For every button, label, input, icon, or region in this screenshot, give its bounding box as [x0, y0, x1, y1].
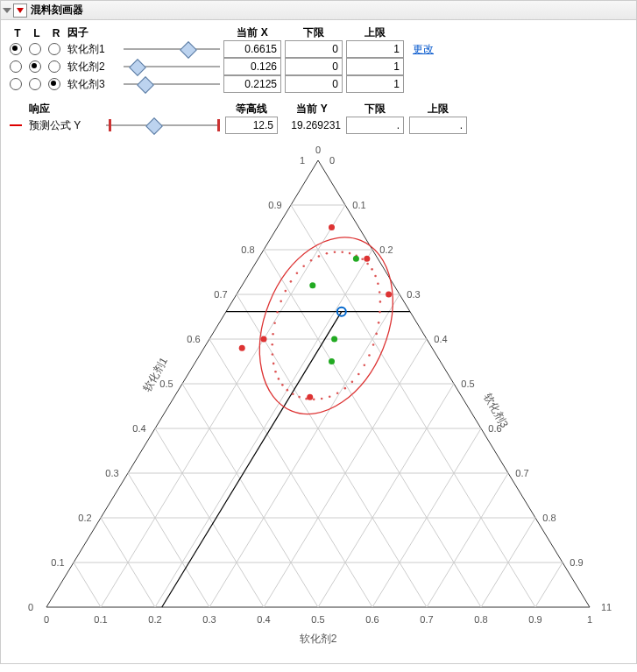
lo-input[interactable]: 0 — [285, 75, 343, 93]
col-R: R — [48, 27, 64, 39]
factor-controls: T L R 因子 当前 X 下限 上限 软化剂10.661501更改软化剂20.… — [10, 25, 627, 93]
svg-text:0.9: 0.9 — [528, 614, 541, 625]
svg-point-103 — [349, 252, 351, 255]
svg-point-84 — [281, 384, 284, 386]
svg-point-74 — [351, 381, 354, 384]
svg-text:0: 0 — [44, 614, 49, 625]
svg-line-9 — [209, 294, 400, 607]
factor-slider[interactable] — [124, 78, 220, 90]
radio-L-2[interactable] — [29, 78, 41, 90]
svg-text:0.7: 0.7 — [420, 614, 433, 625]
svg-point-75 — [343, 387, 346, 390]
svg-text:0.7: 0.7 — [214, 289, 227, 300]
svg-point-91 — [273, 322, 276, 324]
radio-R-0[interactable] — [48, 43, 60, 55]
svg-point-119 — [307, 394, 313, 400]
svg-text:0.2: 0.2 — [78, 513, 91, 523]
svg-point-94 — [285, 290, 287, 293]
lo-input[interactable]: 0 — [285, 40, 343, 58]
radio-R-2[interactable] — [48, 78, 60, 90]
svg-line-21 — [427, 473, 508, 607]
svg-point-116 — [364, 256, 370, 262]
svg-line-27 — [535, 562, 563, 607]
hi-input[interactable]: 1 — [346, 75, 404, 93]
svg-text:0.2: 0.2 — [379, 244, 393, 255]
lo-input[interactable]: 0 — [285, 58, 343, 75]
col-curX: 当前 X — [223, 25, 281, 40]
col-curY: 当前 Y — [283, 102, 341, 117]
response-hi[interactable]: . — [409, 117, 467, 134]
response-lo[interactable]: . — [346, 117, 404, 134]
radio-L-1[interactable] — [29, 60, 41, 73]
svg-point-102 — [341, 251, 343, 253]
contour-input[interactable]: 12.5 — [225, 117, 278, 134]
svg-point-111 — [379, 301, 382, 303]
response-name: 预测公式 Y — [29, 118, 101, 133]
dropdown-icon — [17, 8, 24, 13]
svg-text:0.6: 0.6 — [187, 334, 200, 344]
svg-point-99 — [318, 255, 321, 258]
svg-point-106 — [366, 263, 369, 265]
svg-text:1: 1 — [300, 155, 305, 166]
hi-input[interactable]: 1 — [346, 58, 404, 75]
svg-point-110 — [379, 291, 381, 294]
response-slider[interactable] — [106, 119, 220, 131]
svg-point-100 — [326, 252, 329, 255]
svg-point-83 — [287, 389, 289, 392]
svg-text:0.5: 0.5 — [461, 378, 474, 389]
svg-text:1: 1 — [587, 614, 592, 625]
svg-point-114 — [375, 333, 378, 336]
svg-text:0.5: 0.5 — [311, 614, 324, 625]
svg-text:0.2: 0.2 — [148, 614, 161, 625]
svg-point-78 — [321, 398, 323, 400]
svg-point-107 — [371, 268, 373, 271]
radio-R-1[interactable] — [48, 60, 60, 73]
svg-text:0.8: 0.8 — [474, 614, 487, 625]
svg-text:0.3: 0.3 — [407, 289, 420, 300]
col-contour: 等高线 — [225, 102, 278, 117]
svg-point-109 — [377, 282, 379, 285]
radio-T-0[interactable] — [10, 43, 22, 55]
radio-T-2[interactable] — [10, 78, 22, 90]
col-L: L — [29, 27, 45, 39]
svg-point-121 — [309, 282, 315, 288]
svg-point-123 — [331, 336, 337, 343]
svg-line-15 — [318, 384, 454, 607]
factor-name: 软化剂2 — [67, 60, 120, 74]
panel-menu-button[interactable] — [13, 4, 27, 18]
svg-point-112 — [379, 311, 381, 314]
curX-input[interactable]: 0.6615 — [223, 40, 281, 58]
hi-input[interactable]: 1 — [346, 40, 404, 58]
svg-point-97 — [302, 265, 305, 267]
factor-slider[interactable] — [124, 43, 220, 55]
svg-point-76 — [336, 392, 339, 394]
disclosure-triangle-icon[interactable] — [3, 8, 11, 13]
svg-point-70 — [372, 343, 375, 346]
radio-T-1[interactable] — [10, 60, 22, 73]
svg-text:软化剂2: 软化剂2 — [300, 633, 337, 645]
curX-input[interactable]: 0.126 — [223, 58, 281, 75]
svg-line-3 — [101, 205, 345, 607]
col-response: 响应 — [29, 102, 101, 117]
svg-text:0.3: 0.3 — [105, 468, 118, 478]
svg-point-90 — [272, 333, 274, 336]
col-hi2: 上限 — [409, 102, 467, 117]
col-T: T — [10, 27, 25, 39]
response-line-icon — [10, 124, 22, 126]
factor-slider[interactable] — [124, 60, 220, 73]
svg-point-124 — [329, 358, 335, 364]
svg-text:0: 0 — [329, 155, 335, 166]
curY-value: 19.269231 — [283, 119, 341, 131]
svg-text:0.3: 0.3 — [202, 614, 216, 625]
curX-input[interactable]: 0.2125 — [223, 75, 281, 93]
svg-text:0.4: 0.4 — [257, 614, 270, 625]
panel-title-bar: 混料刻画器 — [1, 1, 636, 20]
factor-name: 软化剂3 — [67, 77, 120, 92]
change-link[interactable]: 更改 — [407, 42, 627, 57]
svg-point-118 — [261, 336, 267, 343]
svg-point-82 — [292, 393, 294, 395]
radio-L-0[interactable] — [29, 43, 41, 55]
svg-point-87 — [272, 363, 275, 365]
col-lo: 下限 — [285, 25, 343, 40]
svg-point-88 — [272, 353, 274, 356]
